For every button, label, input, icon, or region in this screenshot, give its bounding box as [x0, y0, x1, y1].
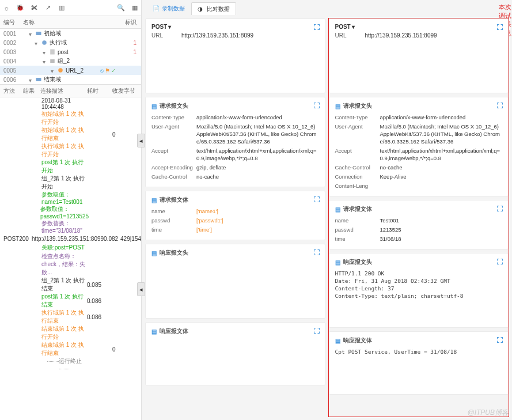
tabs: 📄 录制数据 ◑ 比对数据 [142, 0, 512, 15]
group-icon [49, 58, 56, 65]
log-row[interactable]: 参数替换：time="31/08/18" [0, 220, 141, 234]
tree-col-id: 编号 [0, 18, 23, 27]
card-title: ▤响应报文头 [151, 249, 319, 257]
card-title: ▤请求报文头 [335, 102, 503, 110]
url-label: URL [335, 32, 363, 39]
expand-icon[interactable] [313, 327, 320, 334]
log-body: 2018-08-31 10:44:48初始域第 1 次 执行开始初始域第 1 次… [0, 97, 141, 420]
log-row[interactable]: 组_2第 1 次 执行结束0.085 [0, 277, 141, 293]
log-row[interactable]: post第 1 次 执行结束0.086 [0, 293, 141, 309]
tree-row[interactable]: 0006▾结束域 [0, 75, 141, 84]
page-icon [49, 48, 56, 55]
doc-icon: ▤ [151, 197, 157, 203]
compare-right-column: POST ▾URLhttp://139.159.235.151:8099▤请求报… [329, 18, 509, 417]
url-icon [57, 67, 64, 74]
card-title: ▤请求报文头 [151, 102, 319, 110]
doc-icon: ▤ [335, 259, 341, 265]
link-icon[interactable]: ⎋ [100, 67, 104, 74]
folder-end-icon [35, 76, 42, 83]
scissors-icon[interactable]: ✀ [30, 4, 38, 12]
svg-rect-2 [50, 50, 55, 55]
log-row[interactable]: 参数取值：name1=Test001 [0, 191, 141, 205]
method-dropdown[interactable]: POST ▾ [151, 24, 171, 30]
doc-icon: ▤ [335, 338, 341, 343]
resp-body-card: ▤响应报文体 [145, 322, 325, 385]
card-title: ▤响应报文体 [335, 336, 503, 345]
toggle-icon[interactable]: ▾ [29, 77, 33, 82]
log-row[interactable]: post第 1 次 执行开始 [0, 158, 141, 175]
filter-icon[interactable]: ▦ [131, 4, 139, 12]
tab-compare[interactable]: ◑ 比对数据 [191, 2, 236, 15]
tree-node-label: 结束域 [44, 75, 61, 84]
layers-icon[interactable]: ▥ [58, 4, 66, 12]
log-row[interactable]: 组_2第 1 次 执行开始 [0, 175, 141, 191]
toggle-icon[interactable]: ▾ [43, 59, 47, 63]
tree-row[interactable]: 0002▾执行域1 [0, 38, 141, 47]
expand-icon[interactable] [313, 196, 320, 203]
expand-icon[interactable] [496, 102, 503, 109]
toggle-icon[interactable]: ▾ [43, 50, 47, 54]
log-row[interactable]: 结束域第 1 次 执行开始 [0, 325, 141, 341]
log-row[interactable]: 执行域第 1 次 执行结束0.086 [0, 309, 141, 325]
tree-row[interactable]: 0005▾URL_2⎋⚑✓ [0, 66, 141, 75]
collapse-handle-bottom[interactable]: ◂ [137, 282, 145, 296]
tree-node-label: 组_2 [58, 57, 70, 65]
record-icon: 📄 [153, 5, 160, 12]
tag-icon[interactable]: ⚑ [105, 67, 110, 74]
tree-row[interactable]: 0001▾初始域 [0, 29, 141, 38]
search-icon[interactable]: 🔍 [117, 4, 125, 12]
share-icon[interactable]: ↗ [44, 4, 52, 12]
gear-icon[interactable]: ☼ [2, 4, 10, 12]
expand-icon[interactable] [313, 249, 320, 256]
doc-icon: ▤ [335, 103, 341, 109]
compare-left-column: POST ▾URLhttp://139.159.235.151:8099▤请求报… [145, 18, 325, 417]
log-row[interactable]: 运行终止 [0, 357, 141, 372]
expand-icon[interactable] [496, 336, 503, 343]
card-title: ▤请求报文体 [151, 196, 319, 204]
expand-icon[interactable] [313, 24, 320, 31]
svg-point-4 [58, 68, 63, 73]
resp-body-card: ▤响应报文体Cpt POST Service, UserTime = 31/08… [329, 331, 509, 395]
log-header: 方法 结果 连接描述 耗时 收发字节 [0, 85, 141, 97]
log-row[interactable]: 结束域第 1 次 执行结束0 [0, 341, 141, 357]
log-row[interactable]: 2018-08-31 10:44:48 [0, 97, 141, 110]
collapse-handle-top[interactable]: ◂ [137, 134, 145, 147]
folder-start-icon [35, 30, 42, 37]
toggle-icon[interactable]: ▾ [29, 31, 33, 36]
compare-icon: ◑ [198, 6, 204, 13]
log-row[interactable]: POST200http://139.159.235.151:80990.0824… [0, 234, 141, 243]
toggle-icon[interactable]: ▾ [51, 68, 55, 73]
resp-header-text: HTTP/1.1 200 OK Date: Fri, 31 Aug 2018 0… [335, 270, 503, 300]
log-row[interactable]: 检查点名称：check，结果：失败... [0, 252, 141, 277]
log-row[interactable]: 参数取值：passwd1=1213525 [0, 205, 141, 220]
doc-icon: ▤ [151, 328, 157, 334]
log-row[interactable]: 关联:post=POST [0, 243, 141, 252]
tree-node-label: 初始域 [44, 29, 61, 37]
tree-node-label: post [58, 49, 69, 55]
resp-header-card: ▤响应报文头HTTP/1.1 200 OK Date: Fri, 31 Aug … [329, 253, 509, 328]
check-icon[interactable]: ✓ [111, 67, 116, 74]
method-dropdown[interactable]: POST ▾ [335, 24, 355, 30]
folder-exec-icon [41, 39, 48, 46]
tree: 0001▾初始域0002▾执行域10003▾post10004▾组_20005▾… [0, 29, 141, 84]
tree-row[interactable]: 0003▾post1 [0, 47, 141, 56]
resp-body-text: Cpt POST Service, UserTime = 31/08/18 [335, 348, 503, 355]
expand-icon[interactable] [496, 258, 503, 265]
toggle-icon[interactable]: ▾ [35, 40, 39, 45]
card-title: ▤响应报文头 [335, 258, 503, 266]
tab-record[interactable]: 📄 录制数据 [146, 2, 191, 15]
log-row[interactable]: 初始域第 1 次 执行开始 [0, 110, 141, 126]
expand-icon[interactable] [496, 24, 503, 31]
card-title: ▤请求报文体 [335, 205, 503, 213]
log-row[interactable]: 执行域第 1 次 执行开始 [0, 142, 141, 158]
resp-header-card: ▤响应报文头 [145, 244, 325, 319]
log-row[interactable]: 初始域第 1 次 执行结束0 [0, 126, 141, 142]
tree-node-label: URL_2 [66, 67, 84, 74]
request-card: POST ▾URLhttp://139.159.235.151:8099 [329, 18, 509, 93]
expand-icon[interactable] [496, 205, 503, 212]
bug-icon[interactable]: 🐞 [16, 4, 24, 12]
tree-node-label: 执行域 [50, 39, 67, 47]
svg-rect-3 [50, 59, 55, 63]
expand-icon[interactable] [313, 102, 320, 109]
tree-row[interactable]: 0004▾组_2 [0, 56, 141, 66]
